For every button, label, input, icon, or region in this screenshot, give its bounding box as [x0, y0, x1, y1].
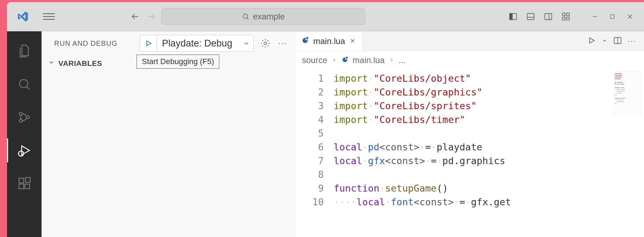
run-and-debug-icon[interactable] [14, 140, 35, 161]
source-control-icon[interactable] [14, 107, 35, 128]
close-window-button[interactable] [623, 10, 637, 24]
minimap[interactable]: ▬▬▬▬▬▬▬▬▬▬▬▬▬▬▬▬▬▬▬▬▬▬▬▬▬▬▬▬▬▬▬▬ ▬▬ ▬▬ ▬… [614, 71, 642, 114]
chevron-down-icon [48, 59, 55, 68]
svg-rect-10 [567, 17, 569, 20]
panel-title: RUN AND DEBUG [48, 39, 135, 48]
more-actions-icon[interactable]: ··· [628, 37, 636, 46]
toggle-primary-sidebar-icon[interactable] [506, 10, 520, 24]
chevron-down-icon[interactable] [602, 38, 607, 45]
split-editor-icon[interactable] [613, 36, 622, 46]
svg-point-19 [19, 151, 24, 156]
nav-back-button[interactable] [129, 10, 141, 23]
chevron-right-icon [332, 55, 337, 65]
svg-point-30 [264, 42, 267, 45]
svg-point-39 [346, 57, 348, 58]
chevron-right-icon [389, 55, 394, 65]
svg-rect-3 [527, 13, 534, 19]
lua-file-icon [341, 55, 348, 65]
close-tab-icon[interactable] [349, 36, 356, 46]
svg-rect-5 [545, 13, 552, 19]
debug-side-panel: RUN AND DEBUG Playdate: Debug ··· [42, 31, 295, 237]
nav-forward-button[interactable] [145, 10, 158, 23]
svg-rect-27 [19, 184, 24, 189]
svg-line-22 [19, 151, 20, 151]
svg-point-17 [19, 119, 22, 122]
svg-point-33 [305, 38, 307, 40]
breadcrumb-folder[interactable]: source [302, 55, 327, 65]
breadcrumb[interactable]: source main.lua ... [295, 51, 644, 69]
breadcrumb-file[interactable]: main.lua [353, 55, 385, 65]
breadcrumb-more[interactable]: ... [399, 55, 406, 65]
search-placeholder: example [253, 12, 285, 21]
minimize-button[interactable] [588, 10, 602, 24]
svg-rect-29 [25, 177, 30, 182]
menu-button[interactable] [43, 13, 55, 20]
title-bar: example [7, 2, 644, 31]
line-number-gutter: 12345678910 [295, 69, 334, 237]
svg-point-32 [307, 37, 309, 39]
explorer-icon[interactable] [14, 40, 35, 62]
svg-line-24 [19, 156, 20, 156]
maximize-button[interactable] [605, 10, 619, 24]
tab-filename: main.lua [313, 36, 345, 46]
debug-config-label: Playdate: Debug [157, 38, 239, 49]
start-debugging-tooltip: Start Debugging (F5) [137, 55, 219, 69]
svg-rect-28 [25, 184, 30, 189]
tab-main-lua[interactable]: main.lua [295, 31, 362, 51]
chevron-down-icon[interactable] [239, 39, 253, 47]
customize-layout-icon[interactable] [559, 10, 573, 24]
svg-line-23 [23, 151, 23, 151]
command-center-search[interactable]: example [161, 8, 365, 25]
editor-tabs: main.lua ··· [295, 31, 644, 51]
svg-point-0 [243, 14, 247, 19]
svg-rect-7 [562, 13, 565, 16]
run-file-icon[interactable] [587, 36, 596, 46]
lua-file-icon [301, 36, 309, 46]
editor-area: main.lua ··· source [295, 31, 644, 237]
more-actions-icon[interactable]: ··· [277, 39, 288, 48]
svg-rect-9 [562, 17, 565, 20]
svg-rect-12 [611, 15, 614, 19]
gear-icon[interactable] [258, 36, 273, 51]
vscode-logo-icon [14, 8, 32, 25]
svg-rect-8 [567, 13, 569, 16]
code-content[interactable]: import·"CoreLibs/object" import·"CoreLib… [334, 69, 644, 237]
code-editor[interactable]: 12345678910 import·"CoreLibs/object" imp… [295, 69, 644, 237]
svg-line-25 [23, 156, 23, 156]
svg-rect-26 [19, 178, 24, 183]
extensions-icon[interactable] [14, 173, 35, 194]
toggle-secondary-sidebar-icon[interactable] [541, 10, 555, 24]
search-icon[interactable] [14, 74, 35, 95]
svg-point-15 [20, 80, 28, 88]
activity-bar [7, 31, 42, 237]
svg-rect-2 [510, 13, 512, 19]
toggle-panel-icon[interactable] [524, 10, 538, 24]
svg-point-16 [19, 112, 22, 115]
variables-label: VARIABLES [58, 59, 102, 68]
svg-point-40 [345, 58, 346, 60]
start-debugging-button[interactable] [140, 35, 157, 51]
debug-config-select[interactable]: Playdate: Debug [140, 35, 254, 52]
